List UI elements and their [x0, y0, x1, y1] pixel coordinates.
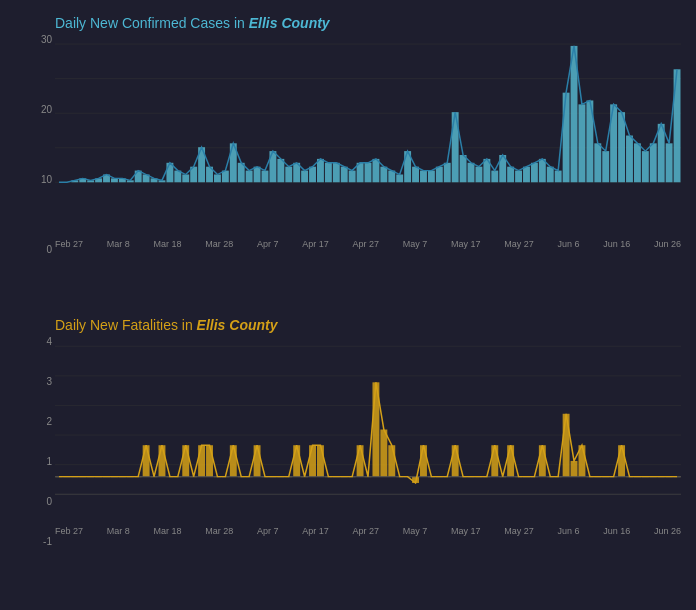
svg-rect-69 [563, 93, 570, 183]
svg-rect-42 [349, 171, 356, 183]
svg-rect-68 [555, 171, 562, 183]
svg-rect-120 [293, 445, 300, 476]
svg-rect-48 [396, 174, 403, 182]
svg-rect-65 [531, 163, 538, 182]
svg-rect-25 [214, 174, 221, 182]
svg-rect-44 [365, 163, 372, 182]
svg-rect-71 [578, 104, 585, 182]
svg-rect-151 [539, 445, 546, 476]
svg-rect-53 [436, 167, 443, 183]
svg-rect-37 [309, 167, 316, 183]
svg-rect-122 [309, 445, 316, 476]
cases-x-axis: Feb 27 Mar 8 Mar 18 Mar 28 Apr 7 Apr 17 … [55, 239, 681, 249]
svg-rect-39 [325, 163, 332, 182]
svg-rect-147 [507, 445, 514, 476]
svg-rect-38 [317, 159, 324, 182]
svg-rect-62 [507, 167, 514, 183]
fatalities-chart-area: 4 3 2 1 0 -1 Feb 27 Mar 8 M [55, 337, 681, 547]
svg-rect-154 [563, 413, 570, 476]
svg-rect-81 [658, 124, 665, 182]
svg-rect-109 [206, 445, 213, 476]
svg-rect-33 [277, 159, 284, 182]
svg-rect-51 [420, 171, 427, 183]
svg-rect-64 [523, 167, 530, 183]
svg-rect-155 [571, 460, 578, 476]
main-container: Daily New Confirmed Cases in Ellis Count… [0, 0, 696, 610]
svg-rect-41 [341, 167, 348, 183]
svg-rect-128 [357, 445, 364, 476]
svg-rect-123 [317, 445, 324, 476]
svg-rect-52 [428, 171, 435, 183]
cases-chart-title: Daily New Confirmed Cases in Ellis Count… [55, 15, 681, 31]
svg-rect-145 [491, 445, 498, 476]
svg-rect-78 [634, 143, 641, 182]
svg-rect-57 [468, 163, 475, 182]
fatalities-chart-section: Daily New Fatalities in Ellis County 4 3… [10, 312, 686, 606]
svg-rect-77 [626, 136, 633, 183]
svg-rect-63 [515, 171, 522, 183]
svg-rect-161 [618, 445, 625, 476]
svg-rect-29 [246, 171, 253, 183]
svg-rect-101 [143, 445, 150, 476]
cases-chart-section: Daily New Confirmed Cases in Ellis Count… [10, 10, 686, 304]
svg-rect-112 [230, 445, 237, 476]
svg-rect-34 [285, 167, 292, 183]
cases-y-axis: 30 20 10 0 [17, 35, 52, 255]
svg-rect-103 [159, 445, 166, 476]
svg-rect-40 [333, 163, 340, 182]
svg-rect-79 [642, 151, 649, 182]
svg-rect-45 [372, 159, 379, 182]
svg-rect-50 [412, 167, 419, 183]
fatalities-x-axis: Feb 27 Mar 8 Mar 18 Mar 28 Apr 7 Apr 17 … [55, 526, 681, 536]
svg-rect-60 [491, 171, 498, 183]
fatalities-svg [55, 337, 681, 522]
svg-rect-21 [182, 174, 189, 182]
fatalities-y-axis: 4 3 2 1 0 -1 [17, 337, 52, 547]
svg-rect-73 [594, 143, 601, 182]
svg-rect-76 [618, 112, 625, 182]
svg-rect-54 [444, 163, 451, 182]
svg-rect-66 [539, 159, 546, 182]
svg-rect-115 [254, 445, 261, 476]
svg-rect-31 [262, 171, 269, 183]
svg-rect-36 [301, 171, 308, 183]
svg-rect-106 [182, 445, 189, 476]
cases-chart-area: 30 20 10 0 Feb 27 Mar 8 Mar 18 [55, 35, 681, 255]
svg-rect-74 [602, 151, 609, 182]
fatalities-chart-title: Daily New Fatalities in Ellis County [55, 317, 681, 333]
svg-rect-82 [666, 143, 673, 182]
svg-rect-132 [388, 445, 395, 476]
svg-rect-67 [547, 167, 554, 183]
svg-rect-30 [254, 167, 261, 183]
svg-rect-46 [380, 167, 387, 183]
svg-rect-131 [380, 429, 387, 476]
svg-rect-56 [460, 155, 467, 182]
svg-rect-80 [650, 143, 657, 182]
svg-rect-58 [475, 167, 482, 183]
cases-svg [55, 35, 681, 235]
svg-rect-136 [420, 445, 427, 476]
svg-rect-108 [198, 445, 205, 476]
svg-rect-140 [452, 445, 459, 476]
